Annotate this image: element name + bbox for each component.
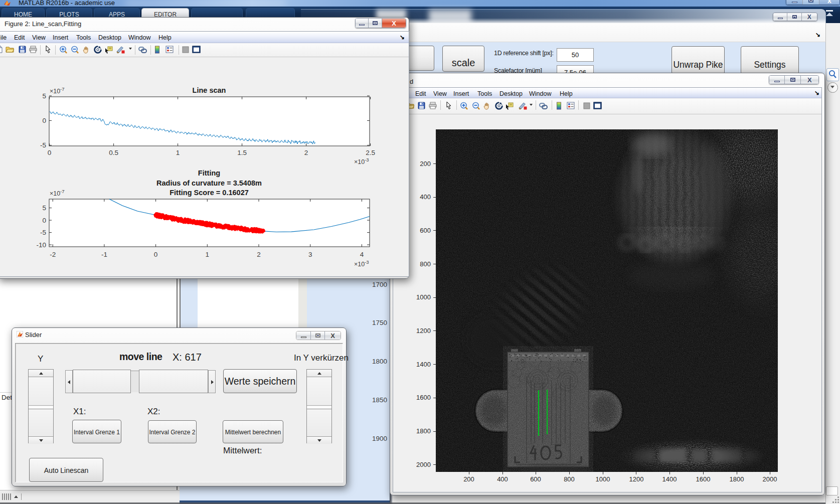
svg-text:2: 2: [304, 149, 308, 156]
svg-text:1.5: 1.5: [237, 149, 247, 156]
svg-text:Radius of curvature = 3.5408m: Radius of curvature = 3.5408m: [156, 179, 262, 187]
svg-text:×10: ×10: [50, 190, 60, 197]
svg-text:-5: -5: [40, 229, 46, 236]
svg-text:×10: ×10: [354, 261, 365, 268]
svg-text:0: 0: [42, 217, 46, 224]
svg-text:-2: -2: [50, 251, 56, 258]
svg-text:Fitting Score = 0.16027: Fitting Score = 0.16027: [170, 189, 249, 197]
svg-text:4: 4: [360, 251, 364, 258]
svg-text:-3: -3: [365, 157, 369, 162]
svg-text:0.5: 0.5: [109, 149, 118, 156]
svg-text:-3: -3: [365, 259, 369, 265]
svg-text:-7: -7: [60, 86, 64, 92]
svg-text:1: 1: [206, 251, 210, 258]
svg-text:-10: -10: [36, 241, 46, 249]
svg-text:-5: -5: [40, 141, 46, 149]
svg-text:2: 2: [257, 251, 261, 258]
svg-text:1: 1: [176, 149, 180, 156]
svg-text:Line scan: Line scan: [193, 86, 226, 94]
svg-text:-1: -1: [101, 251, 107, 258]
svg-text:2.5: 2.5: [366, 149, 375, 156]
svg-text:3: 3: [308, 251, 312, 258]
svg-text:×10: ×10: [354, 158, 365, 165]
svg-text:×10: ×10: [50, 88, 60, 95]
svg-text:-7: -7: [60, 189, 64, 194]
svg-text:Fitting: Fitting: [198, 169, 220, 177]
svg-text:0: 0: [42, 117, 46, 124]
svg-text:0: 0: [48, 149, 52, 156]
svg-text:0: 0: [154, 251, 158, 258]
svg-text:5: 5: [42, 204, 46, 212]
svg-text:5: 5: [42, 92, 46, 100]
